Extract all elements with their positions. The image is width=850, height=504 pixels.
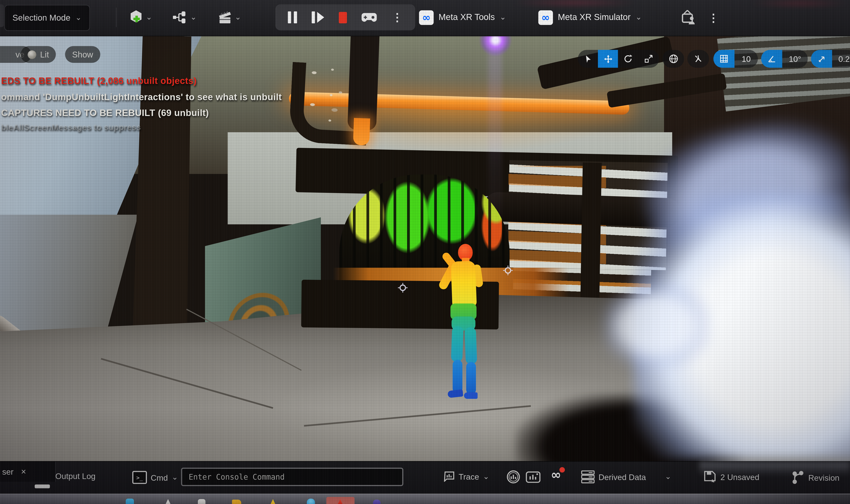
minimized-drawer-icon[interactable] <box>35 484 50 488</box>
play-controls-group: ⋮ <box>276 4 415 31</box>
meta-infinity-icon: ∞ <box>551 469 561 481</box>
rotate-icon <box>623 54 633 63</box>
frame-step-button[interactable] <box>312 12 324 23</box>
scale-snap-toggle-button[interactable] <box>811 50 832 68</box>
stats-capture-button[interactable] <box>526 470 541 483</box>
taskbar-shadow-right <box>694 494 850 504</box>
mannequin-thigh-right <box>464 327 477 364</box>
trace-dropdown[interactable]: Trace ⌄ <box>443 471 489 482</box>
output-log-button[interactable]: Output Log <box>55 471 95 481</box>
taskbar-app-icon[interactable] <box>198 499 206 504</box>
scale-snap-value: 0.2 <box>838 54 850 63</box>
cinematics-button[interactable]: ⌄ <box>218 6 241 29</box>
derived-data-label: Derived Data <box>599 472 646 482</box>
grid-icon <box>720 54 728 63</box>
mannequin-shin-right <box>466 362 476 394</box>
console-command-input[interactable] <box>181 468 403 486</box>
cmd-label: Cmd <box>150 473 168 482</box>
main-toolbar: Selection Mode ⌄ ⌄ ⌄ ⌄ ⋮ ∞ Meta XR Tools… <box>0 0 850 36</box>
lit-sphere-icon <box>28 50 36 59</box>
rotation-snap-value: 10° <box>789 54 801 63</box>
rotate-tool-button[interactable] <box>618 50 638 68</box>
tv-cast-icon <box>679 9 697 28</box>
toolbar-kebab-icon[interactable]: ⋮ <box>708 12 719 24</box>
scale-snap-icon <box>817 55 826 63</box>
close-icon[interactable]: × <box>21 467 26 477</box>
blueprint-icon <box>172 11 188 24</box>
stop-button[interactable] <box>339 12 347 23</box>
chevron-down-icon: ⌄ <box>235 13 241 20</box>
selection-mode-label: Selection Mode <box>13 13 70 23</box>
toolbar-clipped-button[interactable] <box>0 4 4 27</box>
taskbar-app-icon-active[interactable] <box>326 497 354 504</box>
taskbar-app-icon[interactable] <box>232 500 241 504</box>
show-label: Show <box>72 50 93 59</box>
warning-reflection-captures: CAPTURES NEED TO BE REBUILT (69 unbuilt) <box>1 108 209 119</box>
output-log-label: Output Log <box>55 471 95 481</box>
drawer-tab-clipped[interactable]: ser × <box>0 462 56 482</box>
surface-snap-icon <box>693 54 703 64</box>
viewport-show-button[interactable]: Show <box>65 46 100 63</box>
derived-data-dropdown[interactable]: Derived Data ⌄ <box>581 470 671 483</box>
drawer-tab-label: ser <box>2 467 13 476</box>
photo-artifact-red-blur <box>748 0 850 6</box>
viewport-lit-mode-button[interactable]: Lit <box>21 46 56 63</box>
rotation-snap-value-button[interactable]: 10° <box>782 50 808 68</box>
play-options-kebab-icon[interactable]: ⋮ <box>392 11 403 24</box>
world-space-toggle-button[interactable] <box>662 50 684 68</box>
terminal-icon: >_ <box>132 471 147 484</box>
actor-sprite-icon[interactable] <box>503 266 513 275</box>
meta-status-button[interactable]: ∞ <box>551 469 561 481</box>
move-tool-button[interactable] <box>598 50 618 68</box>
notification-dot <box>560 467 565 472</box>
stats-camera-icon <box>526 470 541 483</box>
globe-icon <box>668 54 678 64</box>
device-output-log-button[interactable] <box>679 7 697 30</box>
grid-snap-value-button[interactable]: 10 <box>734 50 758 68</box>
bottom-status-bar: ser × Output Log >_ Cmd ⌄ Trace ⌄ ∞ De <box>0 461 850 494</box>
pause-button[interactable] <box>288 12 297 23</box>
grid-snap-toggle-button[interactable] <box>713 50 734 68</box>
taskbar-app-icon[interactable] <box>373 500 380 504</box>
chevron-down-icon: ⌄ <box>172 473 178 481</box>
insights-button[interactable] <box>506 470 520 484</box>
scene-pipe-glowing-tip <box>353 118 370 146</box>
surface-snapping-button[interactable] <box>687 50 709 68</box>
server-stack-icon <box>581 470 595 483</box>
add-actor-button[interactable]: ⌄ <box>129 6 152 29</box>
lens-flare-streak <box>488 36 502 264</box>
taskbar-app-icon[interactable] <box>126 499 134 504</box>
taskbar-app-icon[interactable] <box>307 499 315 504</box>
cmd-dropdown[interactable]: >_ Cmd ⌄ <box>132 471 178 484</box>
mannequin-character[interactable] <box>446 244 495 407</box>
warning-suppress-hint: bleAllScreenMessages to suppress <box>1 123 141 132</box>
viewport-3d-scene[interactable]: EDS TO BE REBUILT (2,086 unbuilt objects… <box>0 36 850 461</box>
chevron-down-icon: ⌄ <box>75 14 82 21</box>
rotation-snap-toggle-button[interactable] <box>761 50 782 68</box>
possess-gamepad-button[interactable] <box>361 12 377 23</box>
lit-label: Lit <box>40 50 49 59</box>
foreground-blob-haze-over-bar <box>700 462 850 476</box>
mannequin-torso <box>451 261 477 307</box>
selection-mode-dropdown[interactable]: Selection Mode ⌄ <box>4 5 90 31</box>
out-of-focus-foreground-blob-finger <box>605 285 708 366</box>
taskbar-app-icon[interactable] <box>269 499 277 504</box>
meta-xr-simulator-label: Meta XR Simulator <box>558 13 631 22</box>
scale-icon <box>644 54 653 63</box>
mannequin-foot-right <box>464 392 478 399</box>
grid-snap-value: 10 <box>742 54 750 63</box>
meta-xr-tools-dropdown[interactable]: ∞ Meta XR Tools ⌄ <box>419 5 506 29</box>
taskbar-app-icon[interactable] <box>164 499 172 504</box>
toolbar-separator <box>116 7 117 27</box>
select-tool-button[interactable] <box>578 50 598 68</box>
warning-dump-command: ommand 'DumpUnbuiltLightInteractions' to… <box>1 92 282 103</box>
actor-sprite-icon[interactable] <box>398 283 408 293</box>
taskbar-red-icon <box>337 499 344 504</box>
scale-snap-value-button[interactable]: 0.2 <box>832 50 850 68</box>
scene-pipe-vertical <box>348 36 379 130</box>
blueprints-button[interactable]: ⌄ <box>172 6 196 29</box>
scale-tool-button[interactable] <box>638 50 659 68</box>
trace-chart-icon <box>443 471 455 482</box>
meta-xr-simulator-dropdown[interactable]: ∞ Meta XR Simulator ⌄ <box>538 5 642 29</box>
add-cube-icon <box>129 10 143 25</box>
